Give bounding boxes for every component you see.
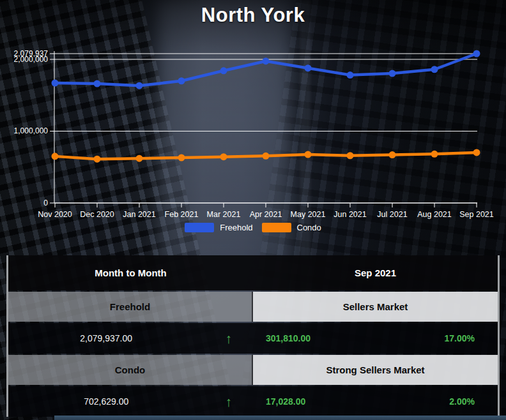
svg-text:Jan 2021: Jan 2021 <box>123 210 155 219</box>
header-month-to-month: Month to Month <box>8 255 253 290</box>
price-trend-chart[interactable]: 2,079,9372,000,0001,000,0000Nov 2020Dec … <box>0 37 506 222</box>
table-header-row: Month to Month Sep 2021 <box>8 255 498 290</box>
condo-label-row: Condo Strong Sellers Market <box>8 355 498 385</box>
svg-text:Sep 2021: Sep 2021 <box>459 210 494 219</box>
svg-text:May 2021: May 2021 <box>291 210 326 219</box>
condo-market-cell: Strong Sellers Market <box>253 355 498 385</box>
freehold-change-amount: 301,810.00 <box>253 333 390 343</box>
svg-text:Jun 2021: Jun 2021 <box>334 210 366 219</box>
freehold-value-row: 2,079,937.00 ↑ 301,810.00 17.00% <box>8 323 498 354</box>
condo-price: 702,629.00 <box>8 396 204 407</box>
svg-text:Jul 2021: Jul 2021 <box>377 210 407 219</box>
condo-trend-up-icon: ↑ <box>204 395 253 409</box>
svg-text:Nov 2020: Nov 2020 <box>38 210 72 219</box>
condo-type-cell: Condo <box>8 355 253 385</box>
freehold-price: 2,079,937.00 <box>8 333 204 343</box>
condo-value-row: 702,629.00 ↑ 17,028.00 2.00% <box>8 386 498 417</box>
condo-series-swatch <box>262 223 291 232</box>
svg-text:0: 0 <box>43 199 48 207</box>
legend-item-condo[interactable]: Condo <box>262 223 321 232</box>
freehold-type-cell: Freehold <box>8 292 253 322</box>
freehold-trend-up-icon: ↑ <box>204 332 253 345</box>
condo-change-amount: 17,028.00 <box>253 396 390 407</box>
page-title: North York <box>0 4 506 27</box>
legend-item-freehold[interactable]: Freehold <box>185 223 252 232</box>
legend-label: Condo <box>297 223 321 232</box>
month-to-month-table: Month to Month Sep 2021 Freehold Sellers… <box>6 255 500 417</box>
condo-change-percent: 2.00% <box>390 396 498 407</box>
header-current-month: Sep 2021 <box>253 255 498 290</box>
svg-text:Aug 2021: Aug 2021 <box>417 210 452 219</box>
freehold-label-row: Freehold Sellers Market <box>8 292 498 322</box>
freehold-market-cell: Sellers Market <box>253 292 498 322</box>
market-report-page: North York 2,079,9372,000,0001,000,0000N… <box>0 0 506 420</box>
svg-text:Dec 2020: Dec 2020 <box>80 210 114 219</box>
svg-text:Feb 2021: Feb 2021 <box>165 210 199 219</box>
freehold-change-percent: 17.00% <box>390 333 498 343</box>
legend-label: Freehold <box>220 223 252 232</box>
svg-text:Mar 2021: Mar 2021 <box>207 210 241 219</box>
freehold-series-swatch <box>185 223 214 232</box>
chart-legend: Freehold Condo <box>0 223 506 232</box>
horizontal-scrollbar-thumb[interactable] <box>54 416 506 420</box>
svg-text:1,000,000: 1,000,000 <box>14 126 49 135</box>
svg-text:Apr 2021: Apr 2021 <box>250 210 282 219</box>
svg-text:2,000,000: 2,000,000 <box>14 55 49 64</box>
